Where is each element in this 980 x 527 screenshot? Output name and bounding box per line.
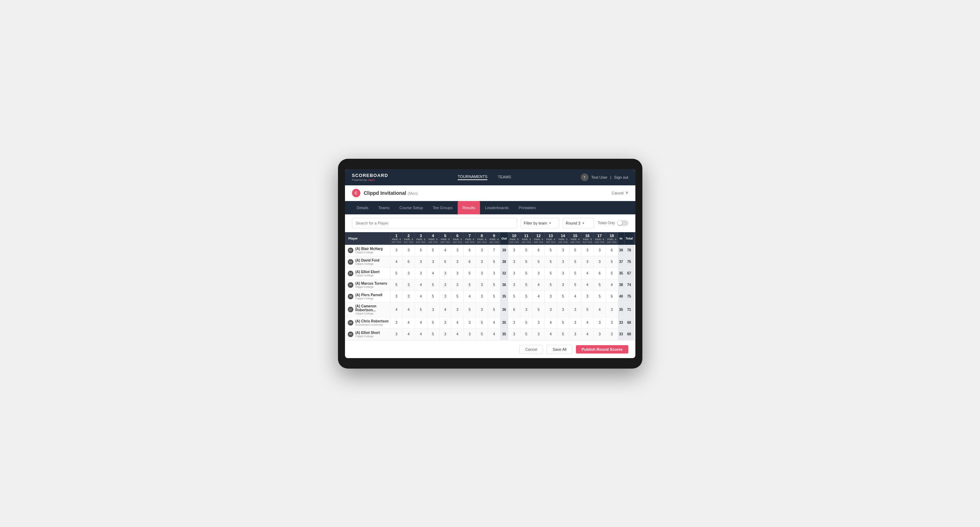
score-cell-15[interactable]: 5 (569, 256, 581, 268)
score-cell-18[interactable]: 3 (606, 329, 618, 340)
score-cell-11[interactable]: 5 (520, 268, 533, 279)
score-cell-4[interactable]: 4 (427, 268, 439, 279)
score-cell-7[interactable]: 5 (464, 302, 476, 317)
score-cell-13[interactable]: 3 (545, 302, 557, 317)
score-cell-8[interactable]: 3 (476, 279, 488, 290)
score-cell-4[interactable]: 5 (427, 290, 439, 302)
tab-results[interactable]: Results (458, 201, 480, 214)
score-cell-7[interactable]: 6 (464, 256, 476, 268)
score-cell-10[interactable]: 3 (508, 317, 520, 329)
score-cell-7[interactable]: 6 (464, 245, 476, 256)
score-cell-15[interactable]: 5 (569, 245, 581, 256)
score-cell-14[interactable]: 5 (557, 290, 569, 302)
score-cell-3[interactable]: 4 (415, 279, 427, 290)
score-cell-15[interactable]: 5 (569, 279, 581, 290)
filter-by-team-select[interactable]: Filter by team ▾ (520, 218, 559, 229)
score-cell-9[interactable]: 5 (488, 256, 500, 268)
score-cell-9[interactable]: 5 (488, 302, 500, 317)
score-cell-1[interactable]: 3 (390, 245, 403, 256)
tab-printables[interactable]: Printables (514, 201, 541, 214)
tournament-cancel-button[interactable]: Cancel ✕ (612, 190, 628, 195)
score-cell-1[interactable]: 3 (390, 329, 403, 340)
score-cell-2[interactable]: 3 (402, 245, 415, 256)
score-cell-6[interactable]: 5 (451, 290, 464, 302)
sign-out-link[interactable]: Sign out (614, 175, 628, 179)
round-select[interactable]: Round 3 ▾ (563, 218, 594, 229)
score-cell-8[interactable]: 3 (476, 256, 488, 268)
score-cell-1[interactable]: 5 (390, 279, 403, 290)
score-cell-11[interactable]: 5 (520, 329, 533, 340)
score-cell-7[interactable]: 3 (464, 317, 476, 329)
score-cell-6[interactable]: 3 (451, 279, 464, 290)
score-cell-9[interactable]: 5 (488, 290, 500, 302)
score-cell-4[interactable]: 5 (427, 245, 439, 256)
score-cell-5[interactable]: 4 (439, 302, 451, 317)
tab-course-setup[interactable]: Course Setup (395, 201, 428, 214)
score-cell-18[interactable]: 3 (606, 317, 618, 329)
score-cell-3[interactable]: 4 (415, 290, 427, 302)
score-cell-14[interactable]: 3 (557, 256, 569, 268)
score-cell-15[interactable]: 3 (569, 302, 581, 317)
score-cell-18[interactable]: 6 (606, 290, 618, 302)
score-cell-6[interactable]: 3 (451, 302, 464, 317)
score-cell-1[interactable]: 5 (390, 268, 403, 279)
score-cell-10[interactable]: 3 (508, 329, 520, 340)
score-cell-5[interactable]: 3 (439, 329, 451, 340)
search-input[interactable] (352, 218, 517, 229)
score-cell-18[interactable]: 5 (606, 268, 618, 279)
score-cell-17[interactable]: 6 (593, 268, 606, 279)
score-cell-10[interactable]: 5 (508, 290, 520, 302)
save-all-button[interactable]: Save All (547, 345, 573, 354)
score-cell-17[interactable]: 3 (593, 317, 606, 329)
score-cell-17[interactable]: 5 (593, 279, 606, 290)
score-cell-16[interactable]: 4 (581, 317, 593, 329)
score-cell-13[interactable]: 5 (545, 245, 557, 256)
score-cell-16[interactable]: 5 (581, 302, 593, 317)
cancel-button[interactable]: Cancel (519, 345, 543, 354)
score-cell-18[interactable]: 6 (606, 245, 618, 256)
score-cell-4[interactable]: 5 (427, 279, 439, 290)
score-cell-2[interactable]: 3 (402, 290, 415, 302)
score-cell-14[interactable]: 5 (557, 317, 569, 329)
score-cell-17[interactable]: 3 (593, 256, 606, 268)
score-cell-11[interactable]: 5 (520, 245, 533, 256)
score-cell-3[interactable]: 3 (415, 256, 427, 268)
score-cell-7[interactable]: 3 (464, 329, 476, 340)
score-cell-9[interactable]: 4 (488, 329, 500, 340)
score-cell-7[interactable]: 5 (464, 268, 476, 279)
nav-link-tournaments[interactable]: TOURNAMENTS (458, 175, 487, 180)
score-cell-2[interactable]: 4 (402, 302, 415, 317)
score-cell-16[interactable]: 4 (581, 329, 593, 340)
score-cell-8[interactable]: 5 (476, 329, 488, 340)
score-cell-12[interactable]: 6 (533, 245, 545, 256)
score-cell-13[interactable]: 5 (545, 279, 557, 290)
score-cell-15[interactable]: 4 (569, 290, 581, 302)
score-cell-3[interactable]: 4 (415, 329, 427, 340)
score-cell-15[interactable]: 3 (569, 329, 581, 340)
score-cell-16[interactable]: 3 (581, 256, 593, 268)
score-cell-8[interactable]: 5 (476, 317, 488, 329)
score-cell-2[interactable]: 4 (402, 317, 415, 329)
score-cell-5[interactable]: 5 (439, 256, 451, 268)
score-cell-3[interactable]: 5 (415, 302, 427, 317)
score-cell-3[interactable]: 5 (415, 245, 427, 256)
score-cell-8[interactable]: 3 (476, 245, 488, 256)
score-cell-11[interactable]: 5 (520, 290, 533, 302)
score-cell-13[interactable]: 4 (545, 317, 557, 329)
score-cell-13[interactable]: 4 (545, 329, 557, 340)
score-cell-10[interactable]: 3 (508, 256, 520, 268)
score-cell-16[interactable]: 3 (581, 290, 593, 302)
score-cell-1[interactable]: 4 (390, 256, 403, 268)
score-cell-8[interactable]: 3 (476, 290, 488, 302)
score-cell-14[interactable]: 3 (557, 245, 569, 256)
score-cell-16[interactable]: 4 (581, 279, 593, 290)
score-cell-5[interactable]: 3 (439, 268, 451, 279)
score-cell-10[interactable]: 3 (508, 279, 520, 290)
score-cell-17[interactable]: 3 (593, 329, 606, 340)
score-cell-2[interactable]: 3 (402, 279, 415, 290)
score-cell-9[interactable]: 7 (488, 245, 500, 256)
score-cell-12[interactable]: 3 (533, 329, 545, 340)
score-cell-3[interactable]: 4 (415, 317, 427, 329)
score-cell-16[interactable]: 4 (581, 268, 593, 279)
score-cell-13[interactable]: 3 (545, 290, 557, 302)
